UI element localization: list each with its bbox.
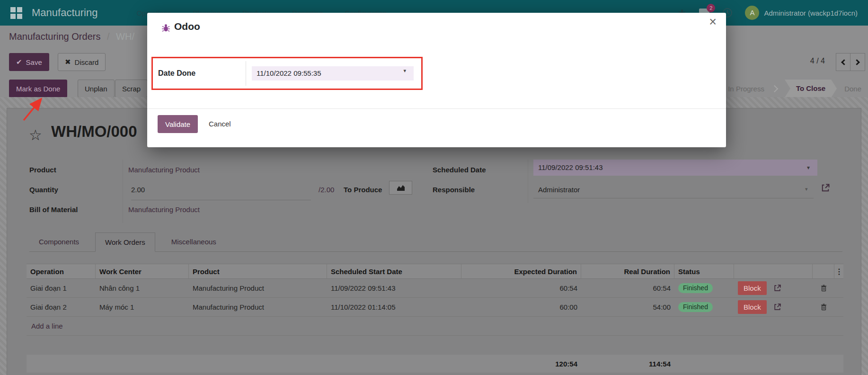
statusbar-states: In Progress To Close Done xyxy=(715,80,861,98)
pager-value: 4 / 4 xyxy=(797,57,825,65)
save-button[interactable]: ✔ Save xyxy=(9,53,49,71)
mark-as-done-dialog: Odoo × Date Done 11/10/2022 09:55:35 ▾ V… xyxy=(147,13,726,147)
pager-previous-button[interactable] xyxy=(836,53,850,71)
state-to-close[interactable]: To Close xyxy=(785,80,837,98)
col-work-center[interactable]: Work Center xyxy=(96,264,189,278)
cell-work-center: Nhân công 1 xyxy=(96,284,189,292)
form-sheet: ☆ WH/MO/000 Product Manufacturing Produc… xyxy=(7,108,861,375)
chevron-separator-icon xyxy=(771,85,779,92)
tab-components[interactable]: Components xyxy=(29,232,89,252)
chevron-right-icon xyxy=(854,59,860,65)
to-produce-label: To Produce xyxy=(344,181,382,198)
user-menu[interactable]: A Administrator (wackp1d7iocn) xyxy=(745,6,858,20)
external-link-icon[interactable] xyxy=(821,183,830,195)
favorite-star-icon[interactable]: ☆ xyxy=(29,126,42,144)
cell-expected: 60:00 xyxy=(461,303,581,311)
real-duration-total: 114:54 xyxy=(581,360,674,368)
block-button[interactable]: Block xyxy=(738,300,767,314)
tab-miscellaneous[interactable]: Miscellaneous xyxy=(162,232,226,252)
close-icon[interactable]: × xyxy=(709,16,717,28)
responsible-input[interactable]: Administrator xyxy=(538,181,580,198)
chevron-left-icon xyxy=(841,59,847,65)
field-group-divider xyxy=(528,160,528,203)
bom-label: Bill of Material xyxy=(29,201,78,218)
product-link[interactable]: Manufacturing Product xyxy=(128,161,200,179)
state-done[interactable]: Done xyxy=(844,85,861,93)
col-product[interactable]: Product xyxy=(189,264,327,278)
tab-work-orders[interactable]: Work Orders xyxy=(95,232,155,252)
scheduled-date-input[interactable]: 11/09/2022 09:51:43 xyxy=(533,160,817,176)
scrap-button[interactable]: Scrap xyxy=(115,80,148,98)
validate-button[interactable]: Validate xyxy=(158,115,198,133)
add-a-line-link[interactable]: Add a line xyxy=(27,317,843,336)
cancel-button[interactable]: Cancel xyxy=(209,115,231,133)
bom-link[interactable]: Manufacturing Product xyxy=(128,201,200,218)
forecast-graph-button[interactable] xyxy=(389,181,412,195)
state-in-progress[interactable]: In Progress xyxy=(728,85,764,93)
save-label: Save xyxy=(26,58,42,66)
area-chart-icon xyxy=(397,185,405,191)
caret-down-icon[interactable]: ▾ xyxy=(403,68,406,74)
cell-scheduled-start: 11/09/2022 09:51:43 xyxy=(327,284,461,292)
pager-next-button[interactable] xyxy=(850,53,865,71)
open-work-order-icon[interactable] xyxy=(773,303,781,311)
col-operation[interactable]: Operation xyxy=(27,264,96,278)
optional-columns-icon[interactable]: ⋮ xyxy=(835,268,843,276)
cell-scheduled-start: 11/10/2022 01:14:05 xyxy=(327,303,461,311)
pager xyxy=(836,53,865,71)
col-expected-duration[interactable]: Expected Duration xyxy=(461,264,581,278)
cell-expected: 60:54 xyxy=(461,284,581,292)
notification-badge: 2 xyxy=(707,4,715,12)
col-real-duration[interactable]: Real Duration xyxy=(581,264,674,278)
unplan-button[interactable]: Unplan xyxy=(78,80,115,98)
page-title: WH/MO/000 xyxy=(51,123,137,141)
status-badge: Finished xyxy=(678,283,713,293)
status-badge: Finished xyxy=(678,302,713,312)
avatar: A xyxy=(745,6,759,20)
delete-row-trash-icon[interactable] xyxy=(820,284,827,292)
col-scheduled-start[interactable]: Scheduled Start Date xyxy=(327,264,461,278)
cell-operation: Giai đoạn 2 xyxy=(27,303,96,311)
debug-bug-icon xyxy=(161,23,170,34)
breadcrumb: Manufacturing Orders / WH/ xyxy=(9,31,134,42)
apps-menu-icon[interactable] xyxy=(10,7,22,19)
date-done-label: Date Done xyxy=(158,58,195,89)
table-header-row: Operation Work Center Product Scheduled … xyxy=(27,264,843,279)
col-actions xyxy=(734,264,813,278)
date-done-input[interactable]: 11/10/2022 09:55:35 xyxy=(252,66,414,80)
discard-label: Discard xyxy=(75,58,99,66)
cell-real: 60:54 xyxy=(581,284,674,292)
table-row[interactable]: Giai đoạn 2 Máy móc 1 Manufacturing Prod… xyxy=(27,298,843,317)
breadcrumb-root-link[interactable]: Manufacturing Orders xyxy=(9,31,100,42)
discard-button[interactable]: ✖ Discard xyxy=(58,53,106,71)
user-name: Administrator (wackp1d7iocn) xyxy=(764,9,858,17)
cell-work-center: Máy móc 1 xyxy=(96,303,189,311)
annotation-arrow xyxy=(18,95,48,124)
expected-duration-total: 120:54 xyxy=(461,360,581,368)
field-divider xyxy=(246,61,246,86)
col-delete xyxy=(813,264,834,278)
dialog-title: Odoo xyxy=(174,21,200,32)
caret-down-icon[interactable]: ▾ xyxy=(805,186,808,192)
block-button[interactable]: Block xyxy=(738,281,767,295)
quantity-input-underline xyxy=(131,183,311,200)
table-row[interactable]: Giai đoạn 1 Nhân công 1 Manufacturing Pr… xyxy=(27,279,843,298)
responsible-label: Responsible xyxy=(433,181,475,198)
caret-down-icon[interactable]: ▾ xyxy=(807,164,810,171)
delete-row-trash-icon[interactable] xyxy=(820,303,827,311)
cell-operation: Giai đoạn 1 xyxy=(27,284,96,292)
notebook-tabs: Components Work Orders Miscellaneous xyxy=(29,232,226,252)
odoo-screen: Manufacturing Operations Planning Produc… xyxy=(0,0,868,375)
x-icon: ✖ xyxy=(65,58,71,66)
col-status[interactable]: Status xyxy=(674,264,734,278)
product-label: Product xyxy=(29,161,56,179)
quantity-input[interactable]: 2.00 xyxy=(131,181,145,198)
app-name[interactable]: Manufacturing xyxy=(32,7,97,19)
quantity-label: Quantity xyxy=(29,181,58,198)
cell-product: Manufacturing Product xyxy=(189,303,327,311)
dialog-footer-divider xyxy=(147,108,726,109)
work-orders-table: Operation Work Center Product Scheduled … xyxy=(27,264,843,336)
open-work-order-icon[interactable] xyxy=(773,284,781,292)
scheduled-date-label: Scheduled Date xyxy=(433,161,486,179)
table-totals-row: 120:54 114:54 xyxy=(27,355,843,373)
